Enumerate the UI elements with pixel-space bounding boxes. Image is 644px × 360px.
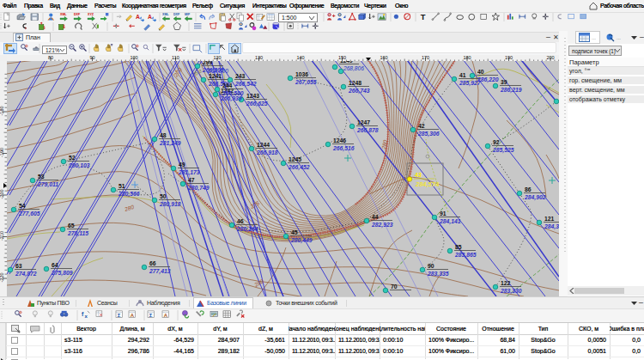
svg-text:150: 150: [338, 55, 346, 60]
svg-text:-200: -200: [0, 189, 4, 198]
svg-text:39: 39: [501, 79, 507, 85]
svg-text:266,500: 266,500: [222, 90, 244, 97]
svg-text:А: А: [131, 313, 135, 318]
svg-text:А: А: [164, 313, 168, 318]
svg-text:284,141: 284,141: [439, 218, 461, 225]
svg-text:190: 190: [505, 55, 513, 60]
svg-text:281,173: 281,173: [178, 169, 200, 176]
svg-text:267,055: 267,055: [295, 79, 317, 86]
svg-text:259,972: 259,972: [360, 61, 381, 62]
svg-text:DXF: DXF: [74, 13, 81, 16]
svg-text:284,381: 284,381: [544, 223, 559, 230]
svg-text:266,452: 266,452: [288, 164, 310, 171]
svg-text:41: 41: [459, 72, 466, 78]
svg-text:266,939: 266,939: [220, 95, 242, 102]
svg-text:92: 92: [493, 139, 500, 145]
svg-text:284,574: 284,574: [415, 180, 440, 188]
svg-text:266,516: 266,516: [332, 145, 355, 152]
svg-text:279,011: 279,011: [37, 181, 58, 188]
svg-text:140: 140: [296, 55, 304, 60]
svg-text:49: 49: [179, 162, 185, 168]
svg-text:66: 66: [149, 260, 156, 266]
svg-text:64: 64: [52, 262, 58, 268]
svg-text:Σ: Σ: [149, 313, 153, 318]
svg-text:-190: -190: [0, 148, 4, 157]
svg-text:MIF: MIF: [185, 13, 191, 16]
svg-text:200: 200: [546, 55, 554, 60]
svg-text:120: 120: [213, 55, 221, 60]
svg-text:-210: -210: [0, 231, 4, 241]
svg-text:1244: 1244: [257, 142, 270, 148]
svg-text:90: 90: [428, 263, 434, 269]
svg-text:51: 51: [118, 183, 125, 189]
svg-text:А: А: [148, 14, 152, 20]
svg-text:280,264: 280,264: [236, 226, 258, 233]
svg-text:1241: 1241: [209, 73, 222, 79]
svg-text:122: 122: [501, 280, 511, 286]
svg-text:284,902: 284,902: [524, 194, 546, 201]
svg-text:286,219: 286,219: [500, 87, 522, 94]
svg-text:50: 50: [160, 193, 167, 199]
svg-text:52: 52: [69, 155, 76, 161]
svg-text:282,923: 282,923: [371, 222, 393, 229]
svg-text:Σ: Σ: [118, 313, 121, 318]
svg-text:121: 121: [544, 216, 555, 222]
svg-text:299: 299: [203, 61, 213, 65]
svg-text:278,115: 278,115: [67, 230, 88, 237]
svg-text:170: 170: [422, 55, 429, 60]
svg-text:1248: 1248: [349, 80, 361, 86]
svg-text:1249: 1249: [340, 61, 353, 64]
svg-text:91: 91: [440, 211, 447, 217]
svg-text:285,306: 285,306: [417, 131, 440, 137]
svg-text:266,918: 266,918: [256, 149, 278, 156]
svg-text:1247: 1247: [357, 119, 370, 125]
svg-text:280,103: 280,103: [68, 162, 90, 169]
svg-text:54: 54: [19, 203, 26, 209]
svg-text:283,865: 283,865: [454, 252, 477, 259]
svg-text:280,449: 280,449: [290, 237, 313, 244]
svg-text:1245: 1245: [289, 156, 301, 162]
svg-text:100: 100: [130, 55, 137, 60]
svg-text:48: 48: [160, 132, 167, 138]
svg-text:280,566: 280,566: [118, 191, 140, 198]
svg-text:1243: 1243: [246, 93, 259, 99]
svg-text:266,542: 266,542: [234, 81, 257, 88]
svg-text:281,249: 281,249: [159, 140, 181, 147]
svg-text:-180: -180: [0, 106, 4, 115]
svg-text:XML: XML: [60, 13, 67, 16]
svg-text:266,743: 266,743: [348, 88, 370, 95]
svg-text:274,872: 274,872: [15, 271, 37, 278]
svg-text:63: 63: [15, 263, 22, 269]
svg-text:243: 243: [235, 73, 246, 79]
svg-text:43: 43: [415, 172, 422, 178]
svg-text:А: А: [136, 14, 140, 20]
svg-text:47: 47: [188, 177, 195, 183]
svg-text:1036: 1036: [295, 71, 308, 77]
svg-text:266,305: 266,305: [202, 67, 224, 74]
svg-text:65: 65: [68, 223, 75, 229]
svg-text:XML: XML: [162, 13, 169, 16]
svg-text:45: 45: [291, 229, 298, 235]
svg-text:130: 130: [255, 55, 263, 60]
svg-text:44: 44: [372, 214, 379, 220]
svg-text:277,413: 277,413: [149, 268, 171, 275]
svg-text:283,335: 283,335: [427, 271, 449, 278]
svg-text:275,809: 275,809: [51, 270, 73, 277]
svg-text:DXF: DXF: [173, 13, 180, 16]
svg-text:90: 90: [89, 55, 94, 60]
svg-text:266,878: 266,878: [356, 127, 379, 134]
svg-text:277,605: 277,605: [18, 211, 40, 217]
svg-text:1246: 1246: [333, 137, 346, 143]
svg-text:86: 86: [525, 186, 532, 192]
svg-text:180: 180: [463, 55, 471, 60]
svg-text:268,806: 268,806: [343, 65, 364, 71]
svg-text:46: 46: [237, 218, 244, 224]
svg-text:XYZ: XYZ: [88, 13, 94, 16]
svg-text:53: 53: [38, 174, 45, 180]
svg-text:280,749: 280,749: [187, 185, 210, 192]
svg-text:244: 244: [222, 82, 233, 88]
svg-text:85: 85: [455, 244, 462, 250]
svg-text:285,927: 285,927: [459, 80, 482, 87]
svg-text:285,525: 285,525: [492, 147, 514, 154]
svg-text:283,330: 283,330: [500, 288, 522, 295]
